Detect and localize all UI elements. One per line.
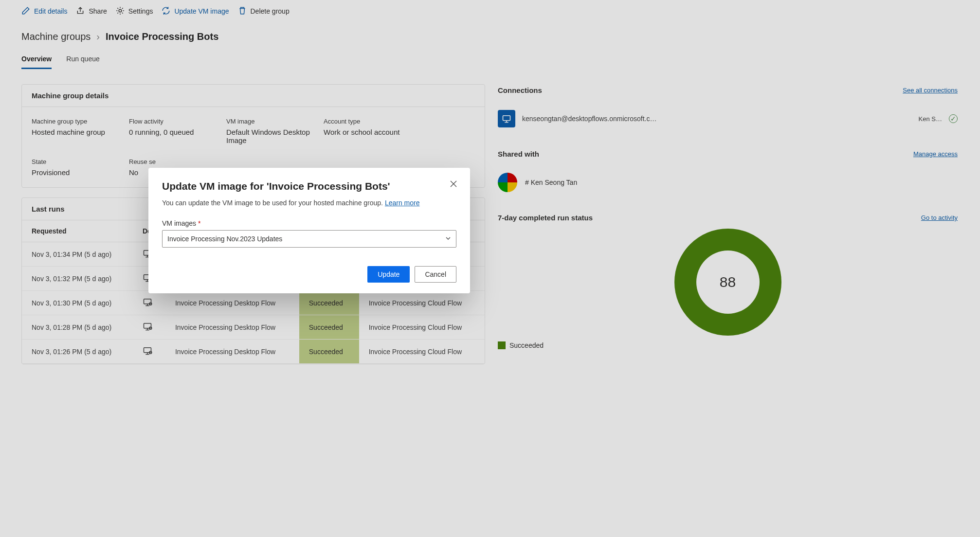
run-requested: Nov 3, 01:34 PM (5 d ago) xyxy=(22,242,133,267)
connections-section: Connections See all connections kenseong… xyxy=(497,84,959,136)
share-icon xyxy=(76,6,85,17)
svg-rect-11 xyxy=(503,116,510,121)
account-label: Account type xyxy=(324,118,475,125)
activity-value: 0 running, 0 queued xyxy=(129,128,226,136)
connection-email: kenseongtan@desktopflows.onmicrosoft.c… xyxy=(522,115,912,123)
select-value: Invoice Processing Nov.2023 Updates xyxy=(167,235,282,243)
shared-user-name: # Ken Seong Tan xyxy=(525,179,577,186)
activity-label: Flow activity xyxy=(129,118,226,125)
edit-details-button[interactable]: Edit details xyxy=(21,6,67,17)
required-asterisk: * xyxy=(198,219,200,227)
breadcrumb-parent[interactable]: Machine groups xyxy=(21,31,91,42)
close-icon xyxy=(450,180,457,189)
run-status: Succeeded xyxy=(299,340,359,364)
cancel-button[interactable]: Cancel xyxy=(415,266,456,283)
pencil-icon xyxy=(21,6,30,17)
settings-button[interactable]: Settings xyxy=(116,6,153,17)
gear-icon xyxy=(116,6,125,17)
connection-row[interactable]: kenseongtan@desktopflows.onmicrosoft.c… … xyxy=(497,101,959,136)
state-label: State xyxy=(32,158,129,165)
legend: Succeeded xyxy=(497,341,544,349)
connections-header: Connections xyxy=(498,86,542,94)
run-cloud-flow: Invoice Processing Cloud Flow xyxy=(359,315,485,340)
modal-body-text: You can update the VM image to be used f… xyxy=(162,199,385,207)
run-requested: Nov 3, 01:26 PM (5 d ago) xyxy=(22,340,133,364)
run-cloud-flow: Invoice Processing Cloud Flow xyxy=(359,340,485,364)
run-status: Succeeded xyxy=(299,315,359,340)
close-button[interactable] xyxy=(448,179,459,190)
tab-overview[interactable]: Overview xyxy=(21,55,52,69)
avatar xyxy=(498,173,517,192)
delete-button[interactable]: Delete group xyxy=(238,6,290,17)
shared-user-row[interactable]: # Ken Seong Tan xyxy=(497,165,959,200)
donut-chart: 88 xyxy=(674,229,781,336)
monitor-icon xyxy=(133,291,165,315)
type-value: Hosted machine group xyxy=(32,128,129,136)
run-status: Succeeded xyxy=(299,291,359,315)
vm-images-select[interactable]: Invoice Processing Nov.2023 Updates xyxy=(162,230,456,248)
svg-point-0 xyxy=(119,9,122,12)
share-button[interactable]: Share xyxy=(76,6,107,17)
tabs: Overview Run queue xyxy=(0,46,980,70)
see-all-connections-link[interactable]: See all connections xyxy=(903,87,958,94)
modal-body: You can update the VM image to be used f… xyxy=(162,199,456,207)
tab-run-queue[interactable]: Run queue xyxy=(66,55,100,69)
account-value: Work or school account xyxy=(324,128,475,136)
chevron-down-icon xyxy=(445,235,451,243)
run-cloud-flow: Invoice Processing Cloud Flow xyxy=(359,291,485,315)
type-label: Machine group type xyxy=(32,118,129,125)
donut-count: 88 xyxy=(720,274,736,290)
desktop-icon xyxy=(498,110,515,127)
chevron-right-icon: › xyxy=(96,31,100,42)
vm-images-label: VM images * xyxy=(162,219,456,227)
refresh-icon xyxy=(162,6,170,17)
table-row[interactable]: Nov 3, 01:26 PM (5 d ago) Invoice Proces… xyxy=(22,340,485,364)
run-requested: Nov 3, 01:28 PM (5 d ago) xyxy=(22,315,133,340)
modal-title: Update VM image for 'Invoice Processing … xyxy=(162,180,456,192)
check-icon: ✓ xyxy=(949,114,958,123)
table-row[interactable]: Nov 3, 01:28 PM (5 d ago) Invoice Proces… xyxy=(22,315,485,340)
learn-more-link[interactable]: Learn more xyxy=(385,199,420,207)
shared-section: Shared with Manage access # Ken Seong Ta… xyxy=(497,148,959,200)
update-vm-button[interactable]: Update VM image xyxy=(162,6,229,17)
run-requested: Nov 3, 01:30 PM (5 d ago) xyxy=(22,291,133,315)
col-requested[interactable]: Requested xyxy=(22,220,133,242)
update-button[interactable]: Update xyxy=(367,266,410,283)
share-label: Share xyxy=(89,7,107,15)
legend-label: Succeeded xyxy=(509,341,544,349)
breadcrumb: Machine groups › Invoice Processing Bots xyxy=(0,22,980,46)
vm-label: VM image xyxy=(226,118,324,125)
update-vm-modal: Update VM image for 'Invoice Processing … xyxy=(148,168,470,293)
run-desktop-flow: Invoice Processing Desktop Flow xyxy=(165,340,299,364)
run-desktop-flow: Invoice Processing Desktop Flow xyxy=(165,315,299,340)
trash-icon xyxy=(238,6,247,17)
status-header: 7-day completed run status xyxy=(498,214,593,222)
go-to-activity-link[interactable]: Go to activity xyxy=(921,214,958,221)
legend-color-icon xyxy=(498,341,506,349)
breadcrumb-current: Invoice Processing Bots xyxy=(106,31,218,42)
delete-label: Delete group xyxy=(251,7,290,15)
status-section: 7-day completed run status Go to activit… xyxy=(497,212,959,349)
command-bar: Edit details Share Settings Update VM im… xyxy=(0,0,980,22)
edit-label: Edit details xyxy=(34,7,67,15)
monitor-icon xyxy=(133,340,165,364)
run-requested: Nov 3, 01:32 PM (5 d ago) xyxy=(22,267,133,291)
vm-value: Default Windows Desktop Image xyxy=(226,128,324,144)
field-label-text: VM images xyxy=(162,219,198,227)
manage-access-link[interactable]: Manage access xyxy=(913,150,958,158)
connection-name: Ken S… xyxy=(919,115,942,123)
reuse-label: Reuse se xyxy=(129,158,226,165)
state-value: Provisioned xyxy=(32,168,129,177)
monitor-icon xyxy=(133,315,165,340)
table-row[interactable]: Nov 3, 01:30 PM (5 d ago) Invoice Proces… xyxy=(22,291,485,315)
details-header: Machine group details xyxy=(22,85,485,107)
update-vm-label: Update VM image xyxy=(174,7,229,15)
shared-header: Shared with xyxy=(498,150,539,158)
run-desktop-flow: Invoice Processing Desktop Flow xyxy=(165,291,299,315)
settings-label: Settings xyxy=(128,7,153,15)
